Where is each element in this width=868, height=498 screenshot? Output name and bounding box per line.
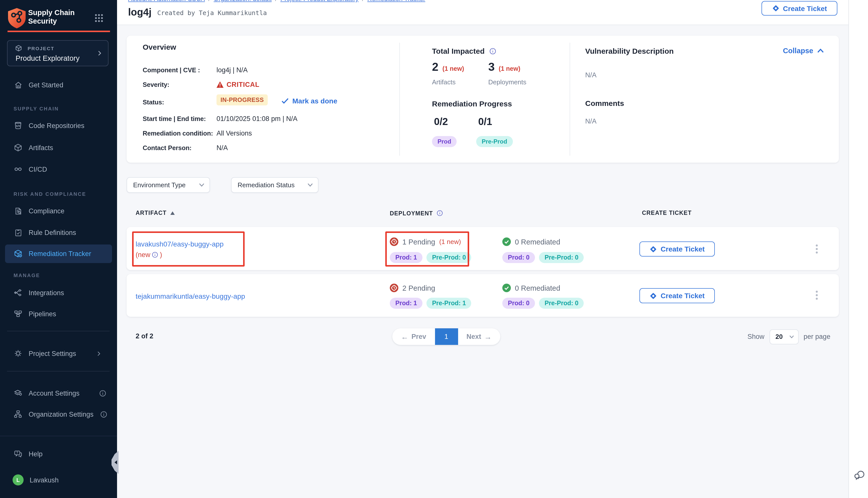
project-label: PROJECT [28, 46, 54, 51]
integrations-icon [14, 288, 23, 297]
row-create-ticket-button[interactable]: Create Ticket [639, 241, 715, 257]
page-summary: 2 of 2 [135, 332, 154, 340]
column-header-artifact[interactable]: ARTIFACT [135, 210, 174, 216]
sidebar-item-code-repositories[interactable]: Code Repositories [14, 120, 85, 131]
avatar: L [13, 474, 24, 485]
severity-value: CRITICAL [217, 81, 259, 88]
sidebar-item-compliance[interactable]: Compliance [14, 206, 65, 216]
info-icon[interactable] [437, 210, 443, 217]
overview-title: Overview [143, 43, 176, 51]
warning-icon [217, 81, 223, 88]
info-icon [99, 389, 106, 397]
overview-row-contact: Contact Person: N/A [143, 144, 192, 152]
sidebar-item-pipelines[interactable]: Pipelines [14, 309, 56, 319]
section-label-risk-compliance: RISK AND COMPLIANCE [14, 191, 86, 197]
pipelines-icon [14, 309, 23, 318]
chevron-down-icon [199, 183, 205, 187]
remediated-badges: Prod: 0 Pre-Prod: 0 [502, 298, 584, 309]
sidebar-item-artifacts[interactable]: Artifacts [14, 143, 53, 153]
collapse-link[interactable]: Collapse [783, 47, 824, 55]
section-label-supply-chain: SUPPLY CHAIN [14, 106, 59, 112]
column-header-create-ticket: CREATE TICKET [642, 210, 692, 216]
sidebar-item-rule-definitions[interactable]: Rule Definitions [14, 227, 76, 237]
breadcrumb-project[interactable]: Project: Product Exploratory [280, 0, 359, 2]
sidebar-item-account-settings[interactable]: Account Settings [14, 388, 80, 398]
sidebar-divider [7, 371, 109, 371]
app-root: Supply ChainSecurity PROJECT Product Exp… [0, 0, 868, 498]
right-rail [848, 0, 868, 498]
prod-progress: 0/2 [434, 116, 448, 128]
apps-grid-icon[interactable] [94, 13, 104, 23]
impacted-artifacts-count: 2 (1 new) [432, 60, 464, 74]
sidebar-item-cicd[interactable]: CI/CD [14, 164, 47, 174]
overview-row-time: Start time | End time: 01/10/2025 01:08 … [143, 115, 206, 122]
pending-badges: Prod: 1 Pre-Prod: 1 [390, 298, 471, 309]
sidebar-item-remediation-tracker[interactable]: Remediation Tracker [14, 249, 91, 259]
remediated-cell: 0 Remediated [502, 237, 560, 246]
pagination: ←Prev 1 Next→ [392, 328, 500, 345]
highlight-box-artifact [132, 232, 245, 266]
prev-page-button[interactable]: ←Prev [392, 328, 435, 345]
current-page[interactable]: 1 [435, 328, 458, 345]
pending-cell: 2 Pending [390, 284, 435, 292]
page-size-select[interactable]: 20 [769, 329, 799, 344]
diamond-icon [649, 245, 657, 253]
remediation-status-filter[interactable]: Remediation Status [231, 177, 319, 193]
sidebar-item-integrations[interactable]: Integrations [14, 288, 64, 298]
supply-chain-security-logo-icon [8, 8, 26, 29]
diamond-icon [649, 292, 657, 300]
chat-support-icon[interactable] [853, 469, 866, 482]
mark-as-done-link[interactable]: Mark as done [281, 97, 337, 105]
svg-text:?: ? [16, 451, 18, 455]
overview-card: Overview Component | CVE : log4j | N/A S… [127, 36, 839, 163]
chevron-down-icon [789, 335, 794, 338]
highlight-box-deployment [385, 232, 469, 266]
breadcrumb-current[interactable]: Remediation Tracker [367, 0, 426, 2]
help-chat-icon: ? [14, 449, 23, 458]
breadcrumb: Account: Automation-SSCA/Organization: d… [128, 0, 425, 2]
gear-icon [14, 349, 23, 358]
comments-value: N/A [585, 117, 596, 125]
sort-ascending-icon [170, 211, 174, 214]
artifact-link[interactable]: tejakummarikuntla/easy-buggy-app [135, 292, 245, 300]
impacted-deployments-count: 3 (1 new) [488, 60, 520, 74]
check-icon [281, 98, 289, 104]
home-icon [14, 80, 23, 89]
row-menu-button[interactable] [816, 245, 818, 253]
collapse-left-icon [115, 460, 117, 464]
package-icon [14, 143, 23, 152]
sidebar: Supply ChainSecurity PROJECT Product Exp… [0, 0, 117, 498]
status-badge: IN-PROGRESS [217, 94, 268, 105]
sidebar-item-help[interactable]: ? Help [14, 449, 43, 459]
row-menu-button[interactable] [816, 291, 818, 300]
breadcrumb-account[interactable]: Account: Automation-SSCA [128, 0, 205, 2]
project-selector[interactable]: PROJECT Product Exploratory [7, 40, 108, 66]
remediated-icon [502, 237, 511, 246]
prod-badge: Prod [432, 136, 457, 147]
clipboard-check-icon [14, 228, 23, 237]
sidebar-collapse-toggle[interactable] [112, 451, 118, 474]
overview-row-severity: Severity: CRITICAL [143, 81, 169, 88]
diamond-icon [772, 4, 779, 12]
pending-icon [390, 284, 398, 292]
page-title: log4j [128, 6, 152, 18]
sidebar-item-organization-settings[interactable]: Organization Settings [14, 409, 93, 419]
breadcrumb-organization[interactable]: Organization: default [214, 0, 272, 2]
chevron-up-icon [817, 49, 824, 53]
sidebar-bottom-divider [0, 436, 117, 436]
user-menu[interactable]: L Lavakush [14, 475, 59, 485]
overview-row-condition: Remediation condition: All Versions [143, 130, 213, 137]
next-page-button[interactable]: Next→ [458, 328, 500, 345]
remediation-tracker-icon [14, 249, 23, 258]
total-impacted-header: Total Impacted [432, 47, 496, 55]
deployments-label: Deployments [488, 78, 527, 86]
remediation-progress-title: Remediation Progress [432, 100, 512, 108]
row-create-ticket-button[interactable]: Create Ticket [639, 288, 715, 303]
environment-type-filter[interactable]: Environment Type [127, 177, 210, 193]
sidebar-item-get-started[interactable]: Get Started [14, 80, 63, 90]
info-icon[interactable] [489, 48, 496, 54]
main-content: Overview Component | CVE : log4j | N/A S… [117, 25, 848, 498]
create-ticket-button[interactable]: Create Ticket [762, 1, 837, 16]
sidebar-item-project-settings[interactable]: Project Settings [14, 349, 76, 358]
vulnerability-description-value: N/A [585, 71, 596, 79]
